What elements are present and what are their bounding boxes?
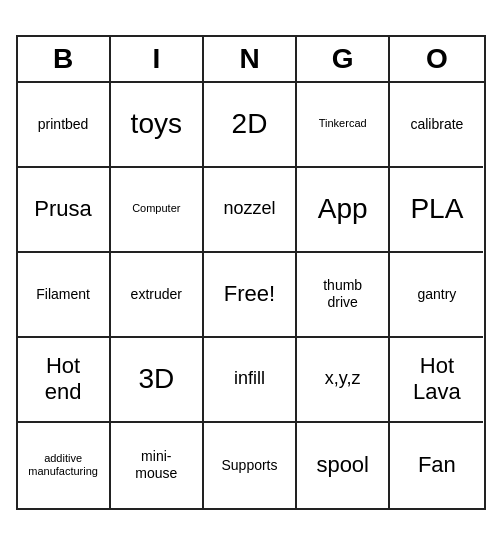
header-letter: N bbox=[204, 37, 297, 81]
bingo-cell[interactable]: gantry bbox=[390, 253, 483, 338]
bingo-cell[interactable]: Computer bbox=[111, 168, 204, 253]
bingo-cell[interactable]: App bbox=[297, 168, 390, 253]
bingo-cell[interactable]: 3D bbox=[111, 338, 204, 423]
bingo-cell[interactable]: additivemanufacturing bbox=[18, 423, 111, 508]
cell-text: mini-mouse bbox=[135, 448, 177, 482]
bingo-cell[interactable]: Free! bbox=[204, 253, 297, 338]
header-letter: O bbox=[390, 37, 483, 81]
bingo-cell[interactable]: Filament bbox=[18, 253, 111, 338]
cell-text: extruder bbox=[131, 286, 182, 303]
cell-text: Supports bbox=[221, 457, 277, 474]
bingo-cell[interactable]: Prusa bbox=[18, 168, 111, 253]
cell-text: printbed bbox=[38, 116, 89, 133]
cell-text: Filament bbox=[36, 286, 90, 303]
cell-text: Hotend bbox=[45, 353, 82, 406]
cell-text: Computer bbox=[132, 202, 180, 215]
bingo-cell[interactable]: printbed bbox=[18, 83, 111, 168]
cell-text: x,y,z bbox=[325, 368, 361, 390]
cell-text: 3D bbox=[138, 362, 174, 396]
bingo-cell[interactable]: infill bbox=[204, 338, 297, 423]
header-letter: B bbox=[18, 37, 111, 81]
cell-text: toys bbox=[131, 107, 182, 141]
bingo-cell[interactable]: mini-mouse bbox=[111, 423, 204, 508]
bingo-card: BINGO printbedtoys2DTinkercadcalibratePr… bbox=[16, 35, 486, 510]
cell-text: spool bbox=[316, 452, 369, 478]
bingo-cell[interactable]: toys bbox=[111, 83, 204, 168]
bingo-cell[interactable]: Tinkercad bbox=[297, 83, 390, 168]
bingo-header: BINGO bbox=[18, 37, 484, 83]
header-letter: I bbox=[111, 37, 204, 81]
cell-text: Prusa bbox=[34, 196, 91, 222]
bingo-cell[interactable]: thumbdrive bbox=[297, 253, 390, 338]
cell-text: additivemanufacturing bbox=[28, 452, 98, 478]
bingo-cell[interactable]: Supports bbox=[204, 423, 297, 508]
cell-text: HotLava bbox=[413, 353, 461, 406]
bingo-cell[interactable]: PLA bbox=[390, 168, 483, 253]
cell-text: nozzel bbox=[223, 198, 275, 220]
cell-text: infill bbox=[234, 368, 265, 390]
cell-text: gantry bbox=[417, 286, 456, 303]
bingo-cell[interactable]: HotLava bbox=[390, 338, 483, 423]
cell-text: thumbdrive bbox=[323, 277, 362, 311]
bingo-cell[interactable]: calibrate bbox=[390, 83, 483, 168]
bingo-cell[interactable]: x,y,z bbox=[297, 338, 390, 423]
cell-text: App bbox=[318, 192, 368, 226]
bingo-cell[interactable]: spool bbox=[297, 423, 390, 508]
cell-text: PLA bbox=[410, 192, 463, 226]
header-letter: G bbox=[297, 37, 390, 81]
bingo-cell[interactable]: extruder bbox=[111, 253, 204, 338]
bingo-cell[interactable]: Fan bbox=[390, 423, 483, 508]
cell-text: Free! bbox=[224, 281, 275, 307]
bingo-grid: printbedtoys2DTinkercadcalibratePrusaCom… bbox=[18, 83, 484, 508]
bingo-cell[interactable]: Hotend bbox=[18, 338, 111, 423]
cell-text: calibrate bbox=[410, 116, 463, 133]
bingo-cell[interactable]: 2D bbox=[204, 83, 297, 168]
cell-text: Tinkercad bbox=[319, 117, 367, 130]
cell-text: Fan bbox=[418, 452, 456, 478]
bingo-cell[interactable]: nozzel bbox=[204, 168, 297, 253]
cell-text: 2D bbox=[232, 107, 268, 141]
